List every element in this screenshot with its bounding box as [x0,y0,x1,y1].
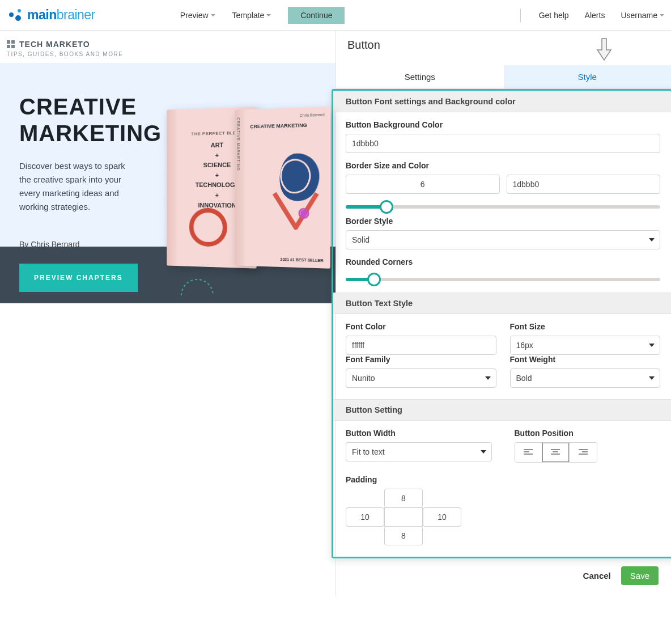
svg-point-3 [192,210,225,245]
hero: CREATIVE MARKETING Discover best ways to… [0,63,336,247]
font-size-label: Font Size [510,322,661,331]
panel-title: Button [336,31,671,55]
font-weight-select[interactable]: Bold [510,368,661,388]
section-button-setting: Button Setting [333,399,671,421]
alerts-link[interactable]: Alerts [585,11,605,20]
font-size-select[interactable]: 16px [510,336,661,355]
save-button[interactable]: Save [621,566,659,585]
tab-settings[interactable]: Settings [336,65,504,88]
width-select[interactable]: Fit to text [346,442,492,461]
font-color-label: Font Color [346,322,496,331]
logo[interactable]: mainbrainer [7,7,95,23]
footer-actions: Cancel Save [336,558,671,596]
rounded-label: Rounded Corners [346,257,660,266]
position-label: Button Position [515,429,661,438]
caret-down-icon [211,14,215,16]
preview-chapters-button[interactable]: PREVIEW CHAPTERS [19,264,138,292]
caret-down-icon [649,376,655,380]
font-family-select[interactable]: Nunito [346,368,496,388]
padding-top-input[interactable] [384,489,423,508]
username-label: Username [621,11,657,20]
section-font-bg: Button Font settings and Background colo… [333,91,671,112]
width-label: Button Width [346,429,492,438]
rounded-corners-slider[interactable] [346,278,660,281]
align-center-icon [551,449,560,456]
border-size-input[interactable] [346,175,500,194]
abstract-blob-icon [264,147,326,240]
border-label: Border Size and Color [346,161,660,170]
style-highlight-box: Button Font settings and Background colo… [332,89,671,558]
cancel-button[interactable]: Cancel [583,571,611,581]
bg-color-input[interactable] [346,134,660,153]
preview-menu-label: Preview [180,11,209,20]
border-color-input[interactable] [507,175,661,194]
book-right: CREATIVE MARKETING Chris Bernard CREATIV… [235,107,330,269]
align-right-button[interactable] [570,443,597,462]
continue-button[interactable]: Continue [288,7,345,24]
topbar: mainbrainer Preview Template Continue Ge… [0,0,671,31]
bg-color-label: Button Background Color [346,120,660,129]
landing-preview: TECH MARKETO TIPS, GUIDES, BOOKS AND MOR… [0,31,336,596]
align-center-button[interactable] [542,443,570,462]
caret-down-icon [649,238,655,242]
font-weight-label: Font Weight [510,355,661,364]
section-text-style: Button Text Style [333,293,671,314]
topbar-center: Preview Template Continue [180,7,345,24]
brand-name: TECH MARKETO [19,40,90,49]
arrow-down-callout-icon [596,37,612,62]
topbar-right: Get help Alerts Username [520,9,664,22]
logo-dots-icon [7,8,24,23]
padding-bottom-input[interactable] [384,526,423,545]
caret-down-icon [660,14,664,16]
caret-down-icon [266,14,271,16]
tab-style[interactable]: Style [504,65,672,88]
template-menu-label: Template [232,11,265,20]
position-group [515,442,597,463]
caret-down-icon [649,344,655,347]
align-right-icon [579,449,588,456]
template-menu[interactable]: Template [232,11,271,20]
font-family-label: Font Family [346,355,496,364]
align-left-icon [524,449,533,456]
padding-center-box [384,507,423,527]
caret-down-icon [481,450,486,454]
dotted-arc-icon [180,278,214,298]
brand-bar: TECH MARKETO TIPS, GUIDES, BOOKS AND MOR… [0,31,336,63]
get-help-link[interactable]: Get help [539,11,569,20]
username-menu[interactable]: Username [621,11,664,20]
padding-controls [346,489,461,545]
divider [520,9,521,22]
svg-point-4 [302,211,305,215]
brand-squares-icon [7,40,15,48]
padding-label: Padding [346,475,660,484]
preview-menu[interactable]: Preview [180,11,215,20]
brand-sub: TIPS, GUIDES, BOOKS AND MORE [7,51,329,57]
align-left-button[interactable] [515,443,542,462]
padding-right-input[interactable] [423,507,461,527]
caret-down-icon [485,376,491,380]
padding-left-input[interactable] [346,507,384,527]
svg-point-2 [15,15,21,21]
border-size-slider[interactable] [346,205,660,209]
svg-point-1 [9,12,14,17]
logo-text: mainbrainer [27,7,95,23]
hero-description: Discover best ways to spark the creative… [19,159,138,214]
book-mockup: THE PERFECT BLEND ART+SCIENCE+TECHNOLOGY… [165,108,336,289]
svg-point-0 [18,9,21,12]
font-color-input[interactable] [346,336,496,355]
panel-tabs: Settings Style [336,65,671,89]
border-style-label: Border Style [346,217,660,226]
border-style-select[interactable]: Solid [346,230,660,249]
edit-panel: Button Settings Style Button Font settin… [336,31,671,596]
